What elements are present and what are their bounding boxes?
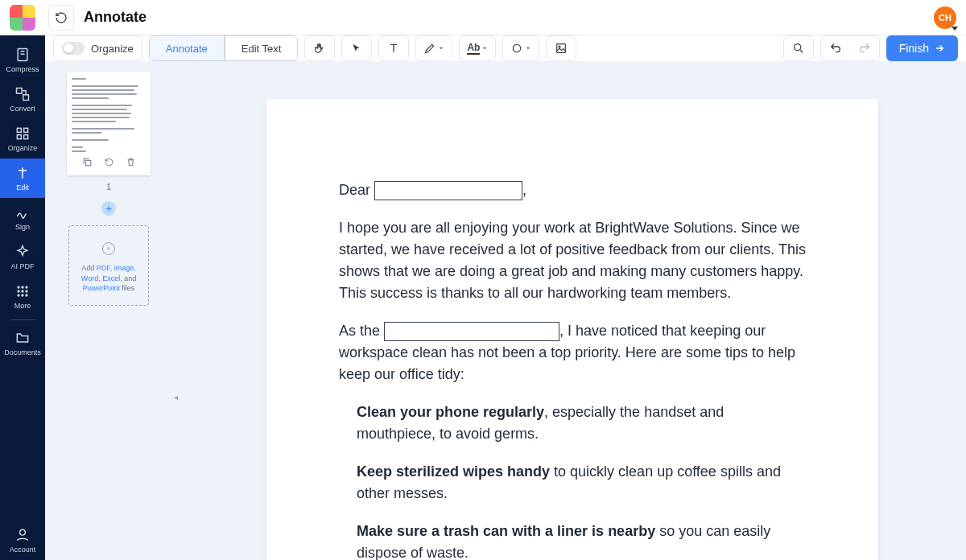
tab-edit-text[interactable]: Edit Text [225, 36, 298, 60]
edit-icon [14, 165, 31, 181]
highlight-tool[interactable]: Ab [460, 36, 495, 60]
page-viewport[interactable]: Dear , I hope you are all enjoying your … [179, 62, 966, 560]
image-icon [555, 42, 568, 55]
chevron-down-icon [525, 45, 531, 51]
svg-point-12 [25, 290, 27, 292]
search-button[interactable] [784, 36, 813, 60]
svg-point-15 [25, 294, 27, 296]
svg-point-8 [21, 286, 23, 288]
paragraph-1: I hope you are all enjoying your work at… [339, 217, 806, 304]
salutation-text: Dear [339, 182, 374, 198]
highlight-icon: Ab [467, 42, 480, 55]
duplicate-icon[interactable] [82, 157, 93, 167]
account-icon [14, 527, 31, 543]
tip-2: Keep sterilized wipes handy to quickly c… [357, 461, 806, 504]
svg-rect-1 [17, 89, 23, 94]
sidebar-label-compress: Compress [6, 65, 39, 73]
ai-icon [14, 244, 31, 260]
file-dropzone[interactable]: + Add PDF, image, Word, Excel, and Power… [68, 225, 149, 306]
draw-tool[interactable] [416, 36, 452, 60]
undo-toolbar-button[interactable] [821, 36, 850, 60]
undo-icon [55, 11, 68, 24]
sidebar-item-organize[interactable]: Organize [0, 119, 45, 159]
svg-rect-2 [23, 95, 29, 101]
left-nav: Compress Convert Organize Edit Sign AI P… [0, 35, 45, 560]
svg-rect-0 [18, 49, 27, 61]
sidebar-label-aipdf: AI PDF [10, 262, 34, 270]
sidebar-item-compress[interactable]: Compress [0, 40, 45, 80]
finish-button[interactable]: Finish [886, 35, 958, 61]
undo-button[interactable] [48, 5, 74, 31]
search-icon [792, 42, 805, 55]
thumbnail-panel: 1 + + Add PDF, image, Word, Excel, and P… [45, 62, 172, 560]
text-icon [387, 42, 400, 55]
rotate-icon[interactable] [104, 157, 114, 167]
svg-rect-3 [17, 128, 21, 132]
plus-icon: + [102, 242, 115, 255]
role-field[interactable] [384, 322, 559, 341]
folder-icon [14, 330, 31, 346]
organize-toggle-label: Organize [91, 43, 134, 55]
svg-point-13 [17, 294, 19, 296]
sidebar-label-convert: Convert [10, 105, 35, 113]
trash-icon[interactable] [126, 157, 136, 167]
shape-tool[interactable] [503, 36, 539, 60]
page-thumbnail[interactable] [67, 72, 151, 175]
sidebar-label-more: More [14, 302, 31, 310]
svg-point-9 [25, 286, 27, 288]
chevron-down-icon [438, 45, 444, 51]
select-tool[interactable] [342, 36, 371, 60]
undo-icon [829, 42, 842, 55]
add-page-button[interactable]: + [101, 201, 116, 216]
hand-icon [313, 42, 326, 55]
sign-icon [14, 204, 31, 220]
sidebar-item-sign[interactable]: Sign [0, 198, 45, 237]
image-tool[interactable] [547, 36, 576, 60]
sidebar-divider [10, 319, 35, 320]
svg-point-17 [514, 44, 521, 51]
organize-toggle-group: Organize [53, 35, 142, 61]
sidebar-item-documents[interactable]: Documents [0, 323, 45, 363]
chevron-down-icon [481, 45, 488, 51]
sidebar-label-documents: Documents [4, 348, 41, 356]
app-logo[interactable] [10, 5, 35, 31]
tab-annotate[interactable]: Annotate [150, 36, 225, 60]
sidebar-item-convert[interactable]: Convert [0, 80, 45, 119]
finish-label: Finish [899, 42, 929, 55]
svg-rect-6 [24, 135, 28, 139]
convert-icon [14, 86, 31, 102]
page-title: Annotate [84, 9, 147, 26]
user-avatar[interactable]: CH [934, 6, 956, 29]
arrow-right-icon [934, 43, 945, 54]
svg-point-7 [17, 286, 19, 288]
svg-point-11 [21, 290, 23, 292]
hand-tool[interactable] [305, 36, 334, 60]
svg-rect-4 [24, 128, 28, 132]
cursor-icon [351, 43, 362, 54]
sidebar-label-sign: Sign [15, 223, 30, 231]
svg-point-14 [21, 294, 23, 296]
svg-point-10 [17, 290, 19, 292]
svg-rect-18 [557, 44, 566, 53]
svg-rect-5 [17, 135, 21, 139]
thumbnail-page-number: 1 [106, 182, 111, 191]
organize-toggle[interactable] [62, 42, 85, 55]
sidebar-item-account[interactable]: Account [0, 521, 45, 560]
document-page: Dear , I hope you are all enjoying your … [266, 99, 878, 560]
sidebar-item-more[interactable]: More [0, 277, 45, 316]
more-icon [14, 283, 31, 299]
svg-point-16 [20, 529, 26, 535]
svg-point-19 [559, 46, 560, 47]
sidebar-label-organize: Organize [8, 144, 38, 152]
collapse-thumbnails[interactable]: ◂ [172, 62, 179, 560]
sidebar-item-edit[interactable]: Edit [0, 159, 45, 198]
compress-icon [14, 47, 31, 63]
sidebar-item-aipdf[interactable]: AI PDF [0, 237, 45, 277]
sidebar-label-edit: Edit [16, 183, 29, 191]
text-tool[interactable] [379, 36, 408, 60]
tip-3: Make sure a trash can with a liner is ne… [357, 521, 806, 560]
sidebar-label-account: Account [10, 546, 36, 554]
redo-icon [858, 42, 871, 55]
recipient-field[interactable] [374, 181, 522, 200]
redo-toolbar-button[interactable] [850, 36, 879, 60]
